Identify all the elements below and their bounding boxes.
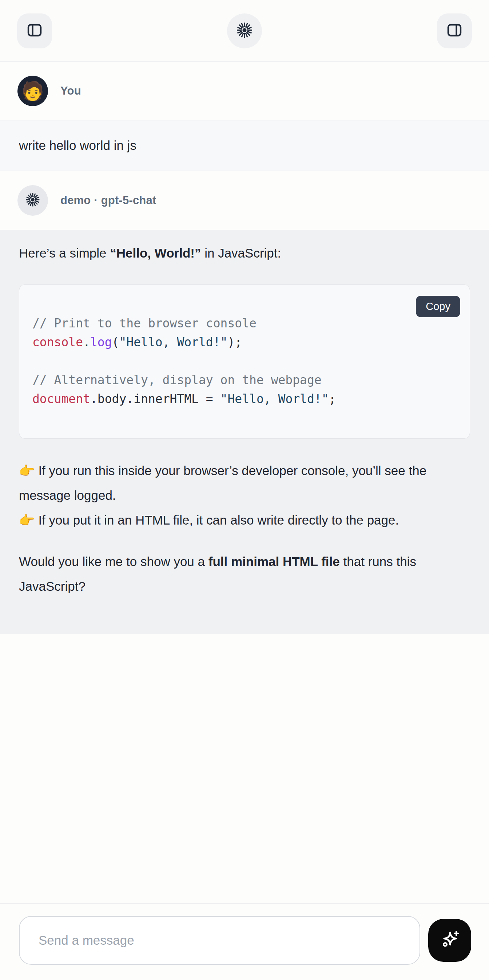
right-panel-toggle-button[interactable] — [437, 13, 472, 48]
sparkle-icon — [438, 929, 461, 952]
code-block: Copy // Print to the browser console con… — [19, 285, 470, 439]
send-button[interactable] — [428, 919, 471, 962]
assistant-identity-row: demo · gpt-5-chat — [0, 171, 489, 230]
user-avatar: 🧑 — [18, 76, 48, 106]
assistant-intro-text: Here’s a simple “Hello, World!” in JavaS… — [19, 241, 470, 266]
user-identity-row: 🧑 You — [0, 62, 489, 120]
user-message-text: write hello world in js — [19, 138, 137, 153]
chat-app: 🧑 You write hello world in js demo · gpt… — [0, 0, 489, 980]
starburst-icon — [236, 21, 253, 40]
composer-bar — [0, 903, 489, 980]
assistant-avatar — [18, 185, 48, 216]
starburst-icon — [25, 192, 40, 209]
panel-left-icon — [26, 21, 43, 40]
assistant-name-label: demo · gpt-5-chat — [61, 194, 156, 207]
copy-code-button[interactable]: Copy — [416, 296, 460, 317]
app-logo-button[interactable] — [227, 13, 262, 48]
top-bar — [0, 0, 489, 62]
assistant-paragraph-1: 👉 If you run this inside your browser’s … — [19, 458, 470, 533]
user-name-label: You — [61, 84, 81, 97]
assistant-message: Here’s a simple “Hello, World!” in JavaS… — [0, 230, 489, 634]
sidebar-toggle-button[interactable] — [17, 13, 52, 48]
user-avatar-emoji: 🧑 — [21, 82, 44, 100]
code-block-content: // Print to the browser console console.… — [32, 314, 455, 409]
user-message: write hello world in js — [0, 120, 489, 171]
assistant-paragraph-2: Would you like me to show you a full min… — [19, 549, 470, 599]
message-input[interactable] — [19, 916, 420, 965]
panel-right-icon — [446, 21, 463, 40]
